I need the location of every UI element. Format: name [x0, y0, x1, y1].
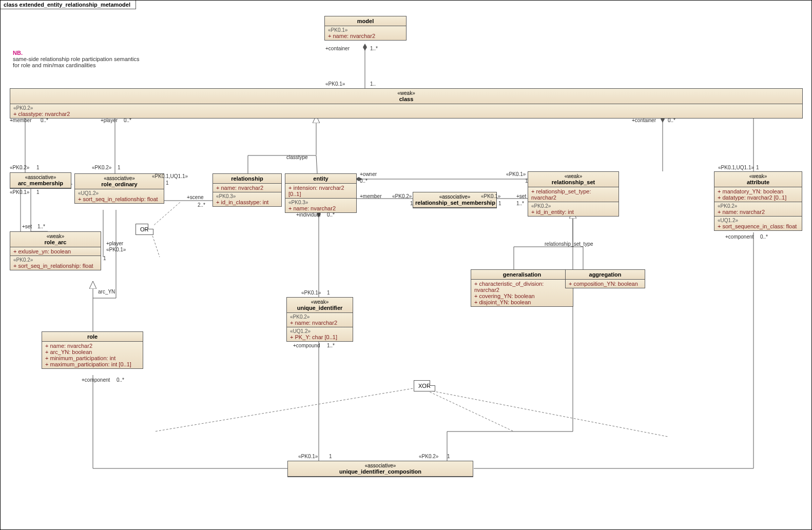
class-generalisation: generalisation + characteristic_of_divis…: [471, 269, 573, 307]
class-attribute: «weak»attribute + mandatory_YN: boolean+…: [714, 171, 802, 231]
svg-line-40: [429, 390, 668, 437]
svg-line-37: [151, 232, 160, 257]
class-role-arc: «weak»role_arc + exlusive_yn: boolean «P…: [10, 231, 101, 270]
class-arc-membership: «associative»arc_membership: [10, 172, 71, 189]
class-role: role + name: nvarchar2+ arc_YN: boolean+…: [42, 331, 143, 369]
class-class: «weak»class «PK0.2»+ classtype: nvarchar…: [10, 88, 803, 119]
class-unique-identifier: «weak»unique_identifier «PK0.2»+ name: n…: [286, 297, 353, 342]
svg-line-4: [316, 155, 317, 173]
class-model: model «PK0.1»+ name: nvarchar2: [324, 16, 407, 41]
xor-note: XOR: [414, 380, 435, 391]
class-role-ordinary: «associative»role_ordinary «UQ1.2»+ sort…: [74, 173, 164, 204]
class-uic: «associative»unique_identifier_compositi…: [287, 461, 473, 477]
diagram-canvas: class extended_entity_relationship_metam…: [0, 0, 812, 530]
svg-line-39: [427, 390, 514, 431]
note-text: NB. same-side relationship role particip…: [13, 50, 139, 68]
frame-title: class extended_entity_relationship_metam…: [1, 1, 136, 9]
connections: [1, 1, 812, 530]
svg-line-36: [151, 202, 180, 227]
svg-line-38: [154, 388, 416, 431]
class-relationship: relationship + name: nvarchar2 «PK0.3»+ …: [212, 173, 282, 207]
class-relationship-set: «weak»relationship_set + relationship_se…: [528, 171, 619, 217]
class-entity: entity + intension: nvarchar2 [0..1] «PK…: [285, 173, 357, 213]
or-note: OR: [136, 224, 153, 235]
class-aggregation: aggregation + composition_YN: boolean: [565, 269, 645, 288]
